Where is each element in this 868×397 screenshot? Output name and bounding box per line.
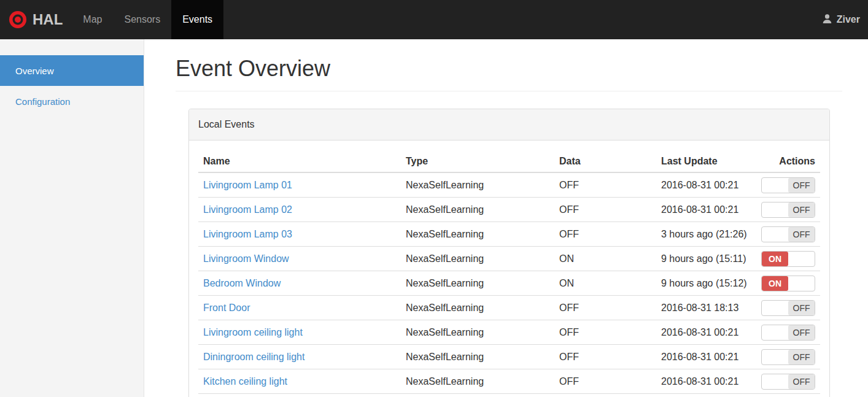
event-type: NexaSelfLearning (401, 198, 554, 222)
switch-off-label: OFF (788, 350, 815, 364)
event-last-update: 9 hours ago (15:12) (656, 271, 761, 296)
event-type: NexaSelfLearning (401, 271, 554, 296)
event-last-update: 9 hours ago (15:11) (656, 247, 761, 271)
sidebar: Overview Configuration (0, 39, 144, 397)
event-data: OFF (554, 345, 656, 369)
event-toggle-switch[interactable]: ON (761, 251, 815, 267)
switch-off-label: OFF (788, 301, 815, 315)
switch-off-label: OFF (788, 374, 815, 389)
event-name-link[interactable]: Livingroom Lamp 03 (203, 229, 292, 239)
event-name-link[interactable]: Livingroom Lamp 02 (203, 204, 292, 215)
table-row: Livingroom Window NexaSelfLearning ON 9 … (198, 247, 820, 271)
event-data: OFF (554, 320, 656, 345)
event-last-update: 3 hours ago (21:26) (656, 222, 761, 247)
table-row: Livingroom ceiling light NexaSelfLearnin… (198, 320, 820, 345)
top-navbar: HAL Map Sensors Events Ziver (0, 0, 868, 39)
column-header-name: Name (198, 150, 401, 172)
event-last-update: 2016-08-31 00:21 (656, 198, 761, 222)
brand[interactable]: HAL (0, 0, 72, 39)
event-type: NexaSelfLearning (401, 345, 554, 369)
event-name-link[interactable]: Front Door (203, 303, 250, 313)
sidebar-item-configuration[interactable]: Configuration (0, 86, 144, 117)
switch-off-label (788, 252, 815, 266)
event-type: NexaSelfLearning (401, 222, 554, 247)
event-name-link[interactable]: Bedroom Window (203, 278, 281, 288)
page-layout: Overview Configuration Event Overview Lo… (0, 39, 868, 397)
switch-on-label: ON (762, 252, 788, 266)
table-row: Front Door NexaSelfLearning OFF 2016-08-… (198, 296, 820, 320)
switch-on-label (762, 178, 788, 193)
event-last-update: 2016-08-31 00:21 (656, 369, 761, 394)
event-type: NexaSelfLearning (401, 247, 554, 271)
page-title: Event Overview (176, 56, 842, 91)
events-table-body: Livingroom Lamp 01 NexaSelfLearning OFF … (198, 172, 820, 394)
person-icon (822, 13, 832, 26)
panel-body: Name Type Data Last Update Actions Livin… (189, 141, 829, 397)
event-name-link[interactable]: Kitchen ceiling light (203, 376, 287, 387)
switch-on-label (762, 301, 788, 315)
event-type: NexaSelfLearning (401, 369, 554, 394)
main-nav: Map Sensors Events (72, 0, 223, 39)
main-content: Event Overview Local Events Name Type Da… (144, 39, 868, 397)
column-header-data: Data (554, 150, 656, 172)
event-toggle-switch[interactable]: OFF (761, 202, 815, 218)
event-toggle-switch[interactable]: OFF (761, 300, 815, 316)
switch-on-label (762, 374, 788, 389)
event-data: ON (554, 247, 656, 271)
switch-off-label: OFF (788, 178, 815, 193)
switch-off-label: OFF (788, 325, 815, 340)
event-data: OFF (554, 222, 656, 247)
event-data: OFF (554, 296, 656, 320)
switch-off-label (788, 276, 815, 291)
brand-label: HAL (33, 11, 63, 28)
event-toggle-switch[interactable]: ON (761, 276, 815, 291)
nav-item-events[interactable]: Events (171, 0, 223, 39)
event-toggle-switch[interactable]: OFF (761, 349, 815, 365)
table-row: Livingroom Lamp 02 NexaSelfLearning OFF … (198, 198, 820, 222)
nav-item-sensors[interactable]: Sensors (113, 0, 171, 39)
event-data: OFF (554, 198, 656, 222)
user-name: Ziver (837, 14, 860, 25)
event-last-update: 2016-08-31 00:21 (656, 172, 761, 198)
event-type: NexaSelfLearning (401, 320, 554, 345)
nav-item-map[interactable]: Map (72, 0, 113, 39)
column-header-actions: Actions (761, 150, 820, 172)
event-toggle-switch[interactable]: OFF (761, 374, 815, 390)
user-menu[interactable]: Ziver (814, 0, 868, 39)
table-row: Livingroom Lamp 03 NexaSelfLearning OFF … (198, 222, 820, 247)
event-toggle-switch[interactable]: OFF (761, 226, 815, 242)
switch-off-label: OFF (788, 202, 815, 217)
switch-on-label (762, 325, 788, 340)
event-data: ON (554, 271, 656, 296)
switch-on-label (762, 350, 788, 364)
event-data: OFF (554, 369, 656, 394)
table-row: Livingroom Lamp 01 NexaSelfLearning OFF … (198, 172, 820, 198)
local-events-panel: Local Events Name Type Data Last Update … (188, 109, 830, 397)
panel-title: Local Events (189, 109, 829, 141)
switch-on-label (762, 202, 788, 217)
event-name-link[interactable]: Livingroom Window (203, 253, 289, 264)
table-row: Bedroom Window NexaSelfLearning ON 9 hou… (198, 271, 820, 296)
switch-off-label: OFF (788, 227, 815, 242)
table-row: Diningroom ceiling light NexaSelfLearnin… (198, 345, 820, 369)
event-name-link[interactable]: Livingroom Lamp 01 (203, 180, 292, 190)
column-header-last-update: Last Update (656, 150, 761, 172)
table-header-row: Name Type Data Last Update Actions (198, 150, 820, 172)
table-row: Kitchen ceiling light NexaSelfLearning O… (198, 369, 820, 394)
column-header-type: Type (401, 150, 554, 172)
sidebar-item-overview[interactable]: Overview (0, 55, 144, 86)
event-name-link[interactable]: Diningroom ceiling light (203, 352, 304, 362)
event-last-update: 2016-08-31 18:13 (656, 296, 761, 320)
event-type: NexaSelfLearning (401, 296, 554, 320)
event-last-update: 2016-08-31 00:21 (656, 320, 761, 345)
event-type: NexaSelfLearning (401, 172, 554, 198)
switch-on-label: ON (762, 276, 788, 291)
event-toggle-switch[interactable]: OFF (761, 325, 815, 341)
event-last-update: 2016-08-31 00:21 (656, 345, 761, 369)
events-table: Name Type Data Last Update Actions Livin… (198, 150, 820, 394)
event-data: OFF (554, 172, 656, 198)
switch-on-label (762, 227, 788, 242)
event-name-link[interactable]: Livingroom ceiling light (203, 327, 303, 337)
hal-logo-target-icon (9, 10, 27, 29)
event-toggle-switch[interactable]: OFF (761, 177, 815, 193)
